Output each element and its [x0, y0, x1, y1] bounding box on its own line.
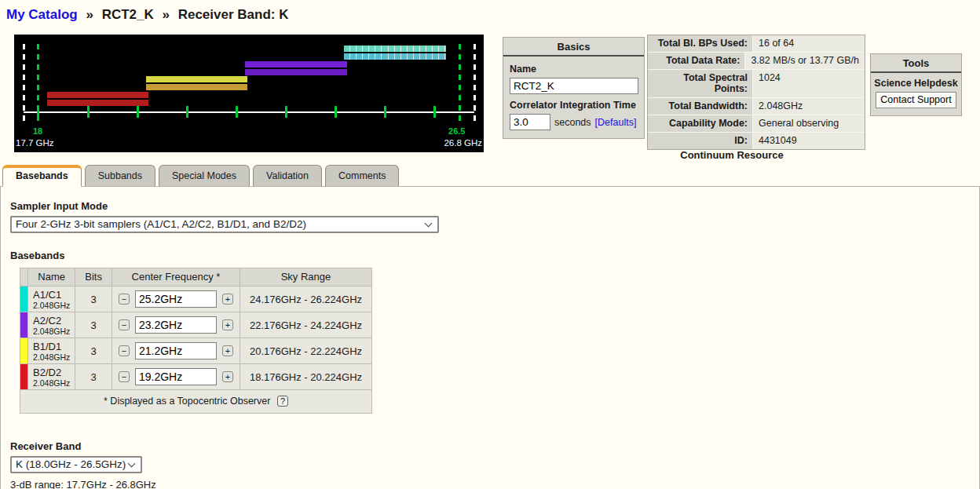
- axis-tick: [137, 106, 139, 118]
- basebands-footer-row: * Displayed as a Topocentric Observer ?: [20, 390, 372, 414]
- baseband-bits: 3: [75, 338, 112, 364]
- center-frequency-cell: −+: [112, 286, 240, 312]
- science-helpdesk-label: Science Helpdesk: [871, 78, 961, 89]
- axis-tick: [384, 106, 386, 118]
- stats-table: Total Bl. BPs Used:16 of 64Total Data Ra…: [647, 35, 865, 150]
- axis-tick: [433, 106, 436, 118]
- baseband-name: A1/C1: [33, 289, 70, 301]
- baseband-name-cell: B2/D22.048GHz: [28, 364, 75, 390]
- center-frequency-input[interactable]: [135, 316, 217, 334]
- baseband-bits: 3: [75, 364, 112, 390]
- resource-name-input[interactable]: [510, 78, 638, 94]
- plot-baseband-bar: [47, 100, 148, 106]
- integration-time-input[interactable]: [510, 114, 550, 130]
- basebands-table: NameBitsCenter Frequency *Sky Range A1/C…: [20, 268, 372, 414]
- stats-value: 4431049: [752, 133, 865, 149]
- baseband-bits: 3: [75, 312, 112, 338]
- axis-tick: [236, 106, 238, 118]
- center-frequency-cell: −+: [112, 312, 240, 338]
- color-column-header: [20, 268, 28, 286]
- receiver-band-select[interactable]: K (18.0GHz - 26.5GHz): [10, 456, 142, 473]
- tab-bar: BasebandsSubbandsSpecial ModesValidation…: [0, 165, 980, 187]
- increment-button[interactable]: +: [222, 345, 233, 356]
- help-icon[interactable]: ?: [277, 396, 288, 407]
- baseband-name-cell: B1/D12.048GHz: [28, 338, 75, 364]
- baseband-sky-range: 20.176GHz - 22.224GHz: [240, 338, 371, 364]
- increment-button[interactable]: +: [222, 319, 233, 330]
- baseband-bandwidth: 2.048GHz: [33, 301, 70, 310]
- frequency-plot: 1826.517.7 GHz26.8 GHz: [14, 35, 484, 152]
- baseband-bandwidth: 2.048GHz: [33, 378, 70, 388]
- header-area: My Catalog » RCT2_K » Receiver Band: K 1…: [0, 0, 980, 165]
- breadcrumb-receiver-band: Receiver Band: K: [178, 7, 289, 22]
- column-header: Sky Range: [240, 268, 371, 286]
- plot-baseband-bar: [146, 76, 247, 82]
- contact-support-button[interactable]: Contact Support: [876, 92, 956, 108]
- stats-label: Total Spectral Points:: [648, 70, 752, 97]
- basics-panel-title: Basics: [503, 38, 644, 57]
- resource-type-label: Continuum Resource: [623, 149, 841, 161]
- tab-validation[interactable]: Validation: [253, 165, 322, 187]
- plot-baseband-bar: [344, 46, 445, 52]
- chevron-down-icon: [425, 219, 433, 227]
- plot-baseband-bar: [344, 53, 445, 60]
- baseband-color-swatch: [20, 364, 28, 390]
- baseband-color-swatch: [20, 338, 28, 364]
- receiver-edge-label: 18: [33, 126, 42, 136]
- baseband-name: B2/D2: [33, 367, 70, 378]
- breadcrumb-my-catalog-link[interactable]: My Catalog: [6, 7, 78, 22]
- breadcrumb-separator: »: [162, 7, 169, 22]
- range-min-label: 17.7 GHz: [16, 138, 54, 148]
- receiver-band-label: Receiver Band: [10, 440, 979, 452]
- three-db-range-note: 3-dB range: 17.7GHz - 26.8GHz: [10, 479, 979, 489]
- axis-tick: [335, 106, 337, 118]
- plot-baseband-bar: [146, 84, 247, 90]
- decrement-button[interactable]: −: [119, 371, 130, 382]
- stats-row: Total Bandwidth:2.048GHz: [648, 97, 865, 115]
- decrement-button[interactable]: −: [119, 345, 130, 356]
- tab-content-panel: Sampler Input Mode Four 2-GHz 3-bit samp…: [0, 186, 980, 489]
- defaults-link[interactable]: [Defaults]: [595, 117, 637, 128]
- axis-tick: [186, 106, 188, 118]
- column-header: Center Frequency *: [112, 268, 240, 286]
- center-frequency-input[interactable]: [135, 290, 217, 308]
- plot-baseband-bar: [47, 92, 148, 98]
- center-frequency-input[interactable]: [135, 368, 217, 385]
- decrement-button[interactable]: −: [119, 319, 130, 330]
- basebands-heading: Basebands: [10, 250, 979, 261]
- center-frequency-cell: −+: [112, 338, 240, 364]
- center-frequency-input[interactable]: [135, 342, 217, 359]
- stats-value: 16 of 64: [752, 35, 865, 52]
- baseband-sky-range: 24.176GHz - 26.224GHz: [240, 286, 371, 312]
- stats-label: Total Bandwidth:: [648, 98, 752, 115]
- frequency-axis: [24, 111, 474, 113]
- stats-label: ID:: [648, 133, 752, 149]
- baseband-row: B2/D22.048GHz3−+18.176GHz - 20.224GHz: [20, 364, 372, 390]
- sampler-input-mode-select[interactable]: Four 2-GHz 3-bit samplers (A1/C1, A2/C2,…: [10, 216, 439, 233]
- stats-row: Total Spectral Points:1024: [648, 69, 865, 97]
- stats-row: ID:4431049: [648, 132, 865, 149]
- axis-tick: [87, 106, 90, 118]
- tab-basebands[interactable]: Basebands: [2, 165, 82, 187]
- increment-button[interactable]: +: [222, 371, 233, 382]
- baseband-row: B1/D12.048GHz3−+20.176GHz - 22.224GHz: [20, 338, 372, 364]
- decrement-button[interactable]: −: [119, 294, 130, 305]
- column-header: Bits: [75, 268, 112, 286]
- increment-button[interactable]: +: [222, 294, 233, 305]
- stats-label: Capability Mode:: [648, 115, 752, 132]
- tab-special-modes[interactable]: Special Modes: [159, 165, 250, 187]
- plot-baseband-bar: [245, 69, 346, 75]
- tab-subbands[interactable]: Subbands: [85, 165, 155, 187]
- baseband-sky-range: 18.176GHz - 20.224GHz: [240, 364, 371, 390]
- range-max-label: 26.8 GHz: [444, 138, 482, 148]
- sampler-selected-option: Four 2-GHz 3-bit samplers (A1/C1, A2/C2,…: [16, 218, 306, 230]
- stats-label: Total Bl. BPs Used:: [648, 35, 752, 52]
- baseband-row: A1/C12.048GHz3−+24.176GHz - 26.224GHz: [20, 286, 372, 312]
- breadcrumb: My Catalog » RCT2_K » Receiver Band: K: [6, 7, 288, 23]
- baseband-sky-range: 22.176GHz - 24.224GHz: [240, 312, 371, 338]
- axis-tick: [37, 106, 39, 118]
- topocentric-footnote: * Displayed as a Topocentric Observer: [104, 396, 270, 407]
- stats-row: Capability Mode:General observing: [648, 115, 865, 132]
- stats-row: Total Bl. BPs Used:16 of 64: [648, 35, 865, 52]
- tab-comments[interactable]: Comments: [325, 165, 399, 187]
